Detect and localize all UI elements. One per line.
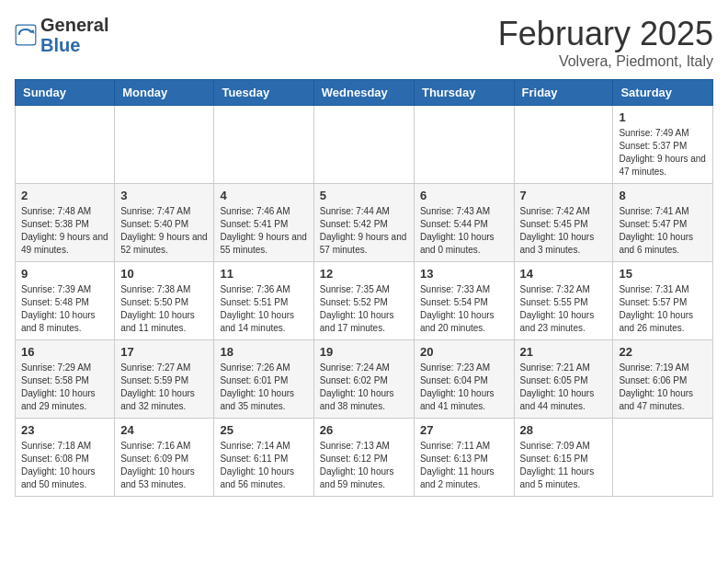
day-number: 28: [520, 423, 608, 437]
day-info: Sunrise: 7:13 AM Sunset: 6:12 PM Dayligh…: [320, 440, 408, 491]
calendar-header-row: SundayMondayTuesdayWednesdayThursdayFrid…: [16, 80, 713, 106]
calendar-cell: 12Sunrise: 7:35 AM Sunset: 5:52 PM Dayli…: [313, 262, 414, 340]
title-area: February 2025 Volvera, Piedmont, Italy: [498, 15, 713, 70]
day-info: Sunrise: 7:29 AM Sunset: 5:58 PM Dayligh…: [21, 362, 108, 413]
calendar-cell: 4Sunrise: 7:46 AM Sunset: 5:41 PM Daylig…: [214, 184, 313, 262]
calendar-cell: 26Sunrise: 7:13 AM Sunset: 6:12 PM Dayli…: [313, 419, 414, 497]
week-row-5: 23Sunrise: 7:18 AM Sunset: 6:08 PM Dayli…: [16, 419, 713, 497]
week-row-3: 9Sunrise: 7:39 AM Sunset: 5:48 PM Daylig…: [16, 262, 713, 340]
day-info: Sunrise: 7:09 AM Sunset: 6:15 PM Dayligh…: [520, 440, 608, 491]
calendar-cell: 19Sunrise: 7:24 AM Sunset: 6:02 PM Dayli…: [313, 340, 414, 419]
day-number: 8: [619, 189, 707, 202]
calendar-cell: 28Sunrise: 7:09 AM Sunset: 6:15 PM Dayli…: [514, 419, 613, 497]
day-number: 25: [220, 423, 307, 437]
calendar-cell: 14Sunrise: 7:32 AM Sunset: 5:55 PM Dayli…: [514, 262, 613, 340]
calendar-cell: 13Sunrise: 7:33 AM Sunset: 5:54 PM Dayli…: [414, 262, 514, 340]
day-number: 13: [420, 267, 508, 281]
day-number: 23: [21, 423, 108, 437]
day-number: 20: [420, 345, 508, 359]
day-info: Sunrise: 7:33 AM Sunset: 5:54 PM Dayligh…: [420, 283, 508, 335]
day-info: Sunrise: 7:26 AM Sunset: 6:01 PM Dayligh…: [220, 362, 307, 413]
calendar-cell: [16, 106, 115, 184]
logo-general: General: [40, 15, 108, 35]
day-number: 24: [120, 423, 208, 437]
calendar-cell: 2Sunrise: 7:48 AM Sunset: 5:38 PM Daylig…: [16, 184, 115, 262]
day-info: Sunrise: 7:39 AM Sunset: 5:48 PM Dayligh…: [21, 283, 108, 335]
calendar-cell: 7Sunrise: 7:42 AM Sunset: 5:45 PM Daylig…: [514, 184, 613, 262]
day-number: 10: [120, 267, 208, 281]
day-info: Sunrise: 7:42 AM Sunset: 5:45 PM Dayligh…: [520, 205, 608, 257]
column-header-tuesday: Tuesday: [214, 80, 313, 106]
logo-icon: [15, 24, 37, 46]
column-header-saturday: Saturday: [613, 80, 713, 106]
day-info: Sunrise: 7:49 AM Sunset: 5:37 PM Dayligh…: [619, 127, 707, 178]
calendar-cell: 17Sunrise: 7:27 AM Sunset: 5:59 PM Dayli…: [115, 340, 214, 419]
day-number: 4: [220, 189, 307, 202]
day-info: Sunrise: 7:19 AM Sunset: 6:06 PM Dayligh…: [619, 362, 707, 413]
column-header-wednesday: Wednesday: [313, 80, 414, 106]
logo-blue: Blue: [40, 35, 80, 55]
calendar-cell: 23Sunrise: 7:18 AM Sunset: 6:08 PM Dayli…: [16, 419, 115, 497]
day-number: 5: [320, 189, 408, 202]
calendar-cell: [214, 106, 313, 184]
column-header-friday: Friday: [514, 80, 613, 106]
day-info: Sunrise: 7:21 AM Sunset: 6:05 PM Dayligh…: [520, 362, 608, 413]
day-number: 26: [320, 423, 408, 437]
day-number: 2: [21, 189, 108, 202]
day-info: Sunrise: 7:35 AM Sunset: 5:52 PM Dayligh…: [320, 283, 408, 335]
calendar-cell: [514, 106, 613, 184]
calendar-cell: 10Sunrise: 7:38 AM Sunset: 5:50 PM Dayli…: [115, 262, 214, 340]
calendar-cell: [313, 106, 414, 184]
day-info: Sunrise: 7:14 AM Sunset: 6:11 PM Dayligh…: [220, 440, 307, 491]
day-info: Sunrise: 7:23 AM Sunset: 6:04 PM Dayligh…: [420, 362, 508, 413]
calendar-cell: 22Sunrise: 7:19 AM Sunset: 6:06 PM Dayli…: [613, 340, 713, 419]
day-number: 19: [320, 345, 408, 359]
day-info: Sunrise: 7:46 AM Sunset: 5:41 PM Dayligh…: [220, 205, 307, 257]
header: General Blue February 2025 Volvera, Pied…: [15, 15, 713, 70]
day-number: 3: [120, 189, 208, 202]
calendar-cell: 11Sunrise: 7:36 AM Sunset: 5:51 PM Dayli…: [214, 262, 313, 340]
calendar: SundayMondayTuesdayWednesdayThursdayFrid…: [15, 79, 713, 497]
calendar-cell: 6Sunrise: 7:43 AM Sunset: 5:44 PM Daylig…: [414, 184, 514, 262]
calendar-cell: 21Sunrise: 7:21 AM Sunset: 6:05 PM Dayli…: [514, 340, 613, 419]
calendar-cell: 24Sunrise: 7:16 AM Sunset: 6:09 PM Dayli…: [115, 419, 214, 497]
day-number: 15: [619, 267, 707, 281]
week-row-4: 16Sunrise: 7:29 AM Sunset: 5:58 PM Dayli…: [16, 340, 713, 419]
calendar-cell: 5Sunrise: 7:44 AM Sunset: 5:42 PM Daylig…: [313, 184, 414, 262]
day-info: Sunrise: 7:27 AM Sunset: 5:59 PM Dayligh…: [120, 362, 208, 413]
calendar-cell: 25Sunrise: 7:14 AM Sunset: 6:11 PM Dayli…: [214, 419, 313, 497]
day-number: 7: [520, 189, 608, 202]
calendar-cell: 15Sunrise: 7:31 AM Sunset: 5:57 PM Dayli…: [613, 262, 713, 340]
day-number: 21: [520, 345, 608, 359]
day-info: Sunrise: 7:24 AM Sunset: 6:02 PM Dayligh…: [320, 362, 408, 413]
month-title: February 2025: [498, 15, 713, 53]
day-info: Sunrise: 7:11 AM Sunset: 6:13 PM Dayligh…: [420, 440, 508, 491]
column-header-thursday: Thursday: [414, 80, 514, 106]
day-info: Sunrise: 7:41 AM Sunset: 5:47 PM Dayligh…: [619, 205, 707, 257]
day-number: 18: [220, 345, 307, 359]
day-number: 11: [220, 267, 307, 281]
calendar-cell: 16Sunrise: 7:29 AM Sunset: 5:58 PM Dayli…: [16, 340, 115, 419]
calendar-cell: 9Sunrise: 7:39 AM Sunset: 5:48 PM Daylig…: [16, 262, 115, 340]
day-info: Sunrise: 7:43 AM Sunset: 5:44 PM Dayligh…: [420, 205, 508, 257]
calendar-cell: [613, 419, 713, 497]
day-info: Sunrise: 7:16 AM Sunset: 6:09 PM Dayligh…: [120, 440, 208, 491]
day-number: 22: [619, 345, 707, 359]
day-info: Sunrise: 7:32 AM Sunset: 5:55 PM Dayligh…: [520, 283, 608, 335]
calendar-cell: 18Sunrise: 7:26 AM Sunset: 6:01 PM Dayli…: [214, 340, 313, 419]
day-info: Sunrise: 7:36 AM Sunset: 5:51 PM Dayligh…: [220, 283, 307, 335]
day-number: 1: [619, 110, 707, 124]
day-number: 27: [420, 423, 508, 437]
calendar-cell: [115, 106, 214, 184]
logo-text: General Blue: [40, 15, 108, 55]
day-number: 16: [21, 345, 108, 359]
calendar-cell: 27Sunrise: 7:11 AM Sunset: 6:13 PM Dayli…: [414, 419, 514, 497]
week-row-2: 2Sunrise: 7:48 AM Sunset: 5:38 PM Daylig…: [16, 184, 713, 262]
day-info: Sunrise: 7:44 AM Sunset: 5:42 PM Dayligh…: [320, 205, 408, 257]
day-number: 9: [21, 267, 108, 281]
week-row-1: 1Sunrise: 7:49 AM Sunset: 5:37 PM Daylig…: [16, 106, 713, 184]
location: Volvera, Piedmont, Italy: [498, 53, 713, 70]
calendar-cell: 3Sunrise: 7:47 AM Sunset: 5:40 PM Daylig…: [115, 184, 214, 262]
calendar-cell: 1Sunrise: 7:49 AM Sunset: 5:37 PM Daylig…: [613, 106, 713, 184]
calendar-cell: 8Sunrise: 7:41 AM Sunset: 5:47 PM Daylig…: [613, 184, 713, 262]
